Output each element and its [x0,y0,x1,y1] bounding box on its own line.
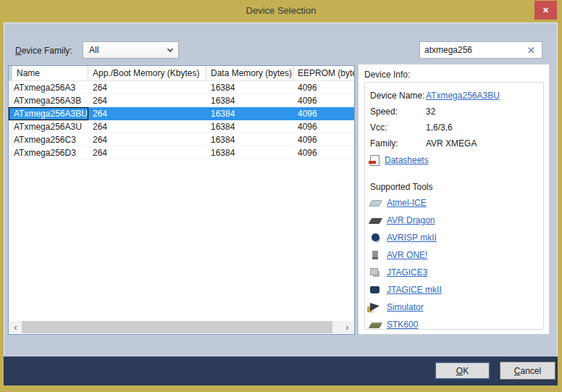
footer: OK Cancel [4,356,558,385]
cell-eeprom: 4096 [293,135,354,145]
cell-data-memory: 16384 [206,83,293,93]
close-icon: ✕ [542,6,549,15]
family-field: Family: AVR XMEGA [370,135,540,151]
cell-eeprom: 4096 [293,109,354,119]
jtagice3-icon [370,268,378,275]
search-input[interactable] [420,45,524,55]
device-family-selected-value: All [89,45,98,55]
dialog-title: Device Selection [0,0,562,21]
tool-link-avrisp-mkii[interactable]: AVRISP mkII [387,233,437,243]
tool-link-atmel-ice[interactable]: Atmel-ICE [387,198,427,208]
device-table: Name App./Boot Memory (Kbytes) Data Memo… [8,65,355,335]
device-family-label: Device Family: [15,46,72,56]
cell-app-boot-memory: 264 [88,122,206,132]
tool-link-avr-one[interactable]: AVR ONE! [387,250,427,260]
cell-name: ATxmega256A3 [9,83,88,93]
tool-row-avrisp-mkii: AVRISP mkII [370,229,540,246]
scroll-left-icon[interactable]: ‹ [9,322,22,333]
atmel-ice-icon [369,200,382,207]
stk600-icon [369,322,383,328]
speed-field: Speed: 32 [370,104,540,120]
close-button[interactable]: ✕ [534,1,557,20]
cell-data-memory: 16384 [206,96,293,106]
column-header-data-memory[interactable]: Data Memory (bytes) [206,66,293,80]
pdf-icon [370,155,379,166]
cell-name: ATxmega256C3 [9,135,88,145]
vcc-field: Vcc: 1,6/3,6 [370,120,540,135]
vcc-label: Vcc: [370,122,426,133]
tool-row-jtagice-mkii: JTAGICE mkII [370,281,540,299]
cell-data-memory: 16384 [206,109,293,119]
device-selection-dialog: Device Selection ✕ Device Family: All ✕ … [0,0,562,392]
tool-link-stk600[interactable]: STK600 [387,320,418,330]
table-header: Name App./Boot Memory (Kbytes) Data Memo… [9,66,354,81]
device-name-link[interactable]: ATxmega256A3BU [426,91,500,101]
table-horizontal-scrollbar[interactable]: ‹ › [9,321,353,333]
ok-button[interactable]: OK [435,362,490,380]
column-header-name[interactable]: Name [12,66,88,80]
table-row[interactable]: ATxmega256A3 264 16384 4096 [9,81,354,94]
cell-data-memory: 16384 [206,148,293,158]
table-body: ATxmega256A3 264 16384 4096 ATxmega256A3… [9,81,354,159]
cell-app-boot-memory: 264 [88,96,206,106]
tool-link-jtagice3[interactable]: JTAGICE3 [387,267,427,278]
cell-app-boot-memory: 264 [88,109,206,119]
dialog-content: Device Family: All ✕ Name App./Boot Memo… [4,22,558,356]
clear-search-icon[interactable]: ✕ [524,45,542,56]
cell-eeprom: 4096 [293,122,354,132]
tool-row-jtagice3: JTAGICE3 [370,264,540,281]
device-name-label: Device Name: [370,91,426,101]
titlebar[interactable]: Device Selection ✕ [0,0,562,22]
speed-label: Speed: [370,107,426,117]
device-info-box: Device Name: ATxmega256A3BU Speed: 32 Vc… [364,82,544,330]
speed-value: 32 [426,107,435,117]
cell-eeprom: 4096 [293,148,354,158]
device-name-field: Device Name: ATxmega256A3BU [370,88,540,104]
device-info-panel: Device Info: Device Name: ATxmega256A3BU… [358,64,550,335]
tool-row-simulator: Simulator [370,299,540,316]
simulator-icon [370,303,379,312]
cell-eeprom: 4096 [293,96,354,106]
cell-name: ATxmega256A3U [9,122,88,132]
table-row[interactable]: ATxmega256D3 264 16384 4096 [9,146,354,159]
tool-link-jtagice-mkii[interactable]: JTAGICE mkII [387,285,442,295]
tool-link-avr-dragon[interactable]: AVR Dragon [387,215,435,225]
supported-tools-heading: Supported Tools [370,180,540,194]
avr-one-icon [372,251,378,259]
cell-name: ATxmega256D3 [9,148,88,158]
cell-app-boot-memory: 264 [88,83,206,93]
avr-dragon-icon [369,218,383,224]
avrisp-mkii-icon [372,233,379,241]
tool-row-avr-dragon: AVR Dragon [370,212,540,229]
tool-row-avr-one: AVR ONE! [370,246,540,264]
device-family-select[interactable]: All [83,41,179,59]
cancel-button[interactable]: Cancel [500,362,555,380]
column-header-app-boot-memory[interactable]: App./Boot Memory (Kbytes) [88,66,206,80]
table-row[interactable]: ATxmega256C3 264 16384 4096 [9,133,354,146]
table-row[interactable]: ATxmega256A3U 264 16384 4096 [9,120,354,133]
cell-eeprom: 4096 [293,83,354,93]
scroll-right-icon[interactable]: › [341,322,353,333]
cell-data-memory: 16384 [206,122,293,132]
scrollbar-thumb[interactable] [22,321,332,333]
datasheets-link[interactable]: Datasheets [385,155,429,165]
jtagice-mkii-icon [370,286,379,293]
search-box: ✕ [419,41,542,59]
table-row[interactable]: ATxmega256A3B 264 16384 4096 [9,94,354,107]
family-value: AVR XMEGA [426,138,477,149]
vcc-value: 1,6/3,6 [426,122,453,133]
cell-data-memory: 16384 [206,135,293,145]
device-info-heading: Device Info: [358,64,549,80]
cell-name: ATxmega256A3BU [9,107,88,120]
tool-link-simulator[interactable]: Simulator [387,302,424,312]
column-header-eeprom[interactable]: EEPROM (bytes) [293,66,354,80]
table-row-selected[interactable]: ATxmega256A3BU 264 16384 4096 [9,107,354,120]
cell-name: ATxmega256A3B [9,96,88,106]
tool-row-stk600: STK600 [370,316,540,330]
family-label: Family: [370,138,426,149]
tool-row-atmel-ice: Atmel-ICE [370,194,540,212]
chevron-down-icon [167,46,173,51]
cell-app-boot-memory: 264 [88,148,206,158]
cell-app-boot-memory: 264 [88,135,206,145]
datasheets-row: Datasheets [370,151,540,169]
